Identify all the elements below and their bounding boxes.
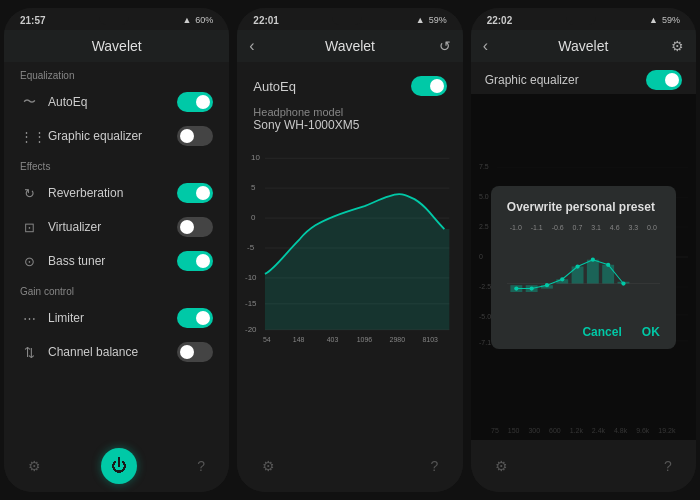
settings-icon-3[interactable]: ⚙ bbox=[495, 458, 508, 474]
bass-icon: ⊙ bbox=[20, 254, 38, 269]
virtualizer-icon: ⊡ bbox=[20, 220, 38, 235]
autoeq-section: AutoEq Headphone model Sony WH-1000XM5 bbox=[237, 62, 462, 138]
reverb-toggle[interactable] bbox=[177, 183, 213, 203]
spacer-3 bbox=[568, 448, 604, 484]
svg-text:1096: 1096 bbox=[357, 336, 373, 343]
wifi-icon: ▲ bbox=[182, 15, 191, 25]
refresh-button-2[interactable]: ↺ bbox=[439, 38, 451, 54]
power-button[interactable]: ⏻ bbox=[101, 448, 137, 484]
autoeq-toggle-2[interactable] bbox=[411, 76, 447, 96]
time-2: 22:01 bbox=[253, 15, 279, 26]
notch-2 bbox=[332, 15, 362, 25]
svg-text:148: 148 bbox=[293, 336, 305, 343]
wifi-icon-2: ▲ bbox=[416, 15, 425, 25]
graphic-eq-label: Graphic equalizer bbox=[48, 129, 167, 143]
svg-point-47 bbox=[575, 264, 579, 268]
svg-text:-15: -15 bbox=[245, 299, 257, 308]
virtualizer-toggle[interactable] bbox=[177, 217, 213, 237]
menu-graphic-eq[interactable]: ⋮⋮ Graphic equalizer bbox=[4, 119, 229, 153]
dialog-chart-svg bbox=[507, 235, 660, 315]
dialog-eq-chart bbox=[507, 235, 660, 315]
reverb-icon: ↻ bbox=[20, 186, 38, 201]
autoeq-label-2: AutoEq bbox=[253, 79, 296, 94]
menu-autoeq[interactable]: 〜 AutoEq bbox=[4, 85, 229, 119]
footer-1: ⚙ ⏻ ? bbox=[4, 440, 229, 492]
help-icon-1[interactable]: ? bbox=[197, 458, 205, 474]
dialog-overlay: Overwrite personal preset -1.0 -1.1 -0.6… bbox=[471, 94, 696, 440]
svg-text:-20: -20 bbox=[245, 325, 257, 334]
db-6: 3.3 bbox=[628, 224, 638, 231]
back-button-2[interactable]: ‹ bbox=[249, 37, 254, 55]
limiter-label: Limiter bbox=[48, 311, 167, 325]
svg-point-43 bbox=[514, 286, 518, 290]
graphic-eq-toggle[interactable] bbox=[177, 126, 213, 146]
autoeq-icon: 〜 bbox=[20, 93, 38, 111]
status-bar-2: 22:01 ▲ 59% bbox=[237, 8, 462, 30]
eq-chart: 10 5 0 -5 -10 -15 -20 54 bbox=[245, 144, 454, 344]
channel-toggle[interactable] bbox=[177, 342, 213, 362]
app-title-2: Wavelet bbox=[325, 38, 375, 54]
autoeq-label: AutoEq bbox=[48, 95, 167, 109]
help-icon-2[interactable]: ? bbox=[431, 458, 439, 474]
bass-toggle[interactable] bbox=[177, 251, 213, 271]
svg-text:10: 10 bbox=[251, 153, 260, 162]
svg-text:5: 5 bbox=[251, 183, 256, 192]
section-equalization: Equalization bbox=[4, 62, 229, 85]
settings-button-3[interactable]: ⚙ bbox=[671, 38, 684, 54]
phone-1: 21:57 ▲ 60% Wavelet Equalization 〜 AutoE… bbox=[4, 8, 229, 492]
ok-button[interactable]: OK bbox=[642, 325, 660, 339]
app-header-2: ‹ Wavelet ↺ bbox=[237, 30, 462, 62]
limiter-toggle[interactable] bbox=[177, 308, 213, 328]
svg-point-49 bbox=[606, 262, 610, 266]
status-icons-2: ▲ 59% bbox=[416, 15, 447, 25]
chart-svg: 10 5 0 -5 -10 -15 -20 54 bbox=[245, 144, 454, 344]
dialog-db-values: -1.0 -1.1 -0.6 0.7 3.1 4.6 3.3 0.0 bbox=[507, 224, 660, 231]
battery-3: 59% bbox=[662, 15, 680, 25]
headphone-model: Sony WH-1000XM5 bbox=[253, 118, 446, 132]
menu-bass-tuner[interactable]: ⊙ Bass tuner bbox=[4, 244, 229, 278]
menu-channel-balance[interactable]: ⇅ Channel balance bbox=[4, 335, 229, 369]
menu-limiter[interactable]: ⋯ Limiter bbox=[4, 301, 229, 335]
back-button-3[interactable]: ‹ bbox=[483, 37, 488, 55]
app-title-1: Wavelet bbox=[92, 38, 142, 54]
db-7: 0.0 bbox=[647, 224, 657, 231]
svg-point-50 bbox=[621, 281, 625, 285]
status-bar-3: 22:02 ▲ 59% bbox=[471, 8, 696, 30]
time-3: 22:02 bbox=[487, 15, 513, 26]
graphic-eq-toggle-3[interactable] bbox=[646, 70, 682, 90]
battery-2: 59% bbox=[429, 15, 447, 25]
svg-rect-39 bbox=[571, 266, 583, 283]
footer-2: ⚙ ? bbox=[237, 440, 462, 492]
dialog-buttons: Cancel OK bbox=[507, 321, 660, 339]
graphic-eq-section: Graphic equalizer bbox=[471, 62, 696, 94]
settings-icon-2[interactable]: ⚙ bbox=[262, 458, 275, 474]
channel-label: Channel balance bbox=[48, 345, 167, 359]
headphone-label: Headphone model bbox=[253, 106, 446, 118]
graphic-eq-label-3: Graphic equalizer bbox=[485, 73, 579, 87]
autoeq-toggle[interactable] bbox=[177, 92, 213, 112]
status-icons-1: ▲ 60% bbox=[182, 15, 213, 25]
svg-rect-40 bbox=[587, 259, 599, 283]
help-icon-3[interactable]: ? bbox=[664, 458, 672, 474]
menu-reverberation[interactable]: ↻ Reverberation bbox=[4, 176, 229, 210]
notch-3 bbox=[566, 15, 596, 25]
section-effects: Effects bbox=[4, 153, 229, 176]
overwrite-dialog: Overwrite personal preset -1.0 -1.1 -0.6… bbox=[491, 186, 676, 349]
svg-text:-10: -10 bbox=[245, 273, 257, 282]
db-4: 3.1 bbox=[591, 224, 601, 231]
virtualizer-label: Virtualizer bbox=[48, 220, 167, 234]
headphone-section: Headphone model Sony WH-1000XM5 bbox=[253, 106, 446, 132]
settings-icon-1[interactable]: ⚙ bbox=[28, 458, 41, 474]
svg-text:0: 0 bbox=[251, 213, 256, 222]
reverb-label: Reverberation bbox=[48, 186, 167, 200]
app-content-2: AutoEq Headphone model Sony WH-1000XM5 1… bbox=[237, 62, 462, 440]
footer-3: ⚙ ? bbox=[471, 440, 696, 492]
svg-point-48 bbox=[591, 257, 595, 261]
menu-virtualizer[interactable]: ⊡ Virtualizer bbox=[4, 210, 229, 244]
svg-text:2980: 2980 bbox=[390, 336, 406, 343]
svg-text:403: 403 bbox=[327, 336, 339, 343]
svg-text:-5: -5 bbox=[247, 243, 255, 252]
cancel-button[interactable]: Cancel bbox=[582, 325, 621, 339]
notch-1 bbox=[99, 15, 129, 25]
limiter-icon: ⋯ bbox=[20, 311, 38, 326]
